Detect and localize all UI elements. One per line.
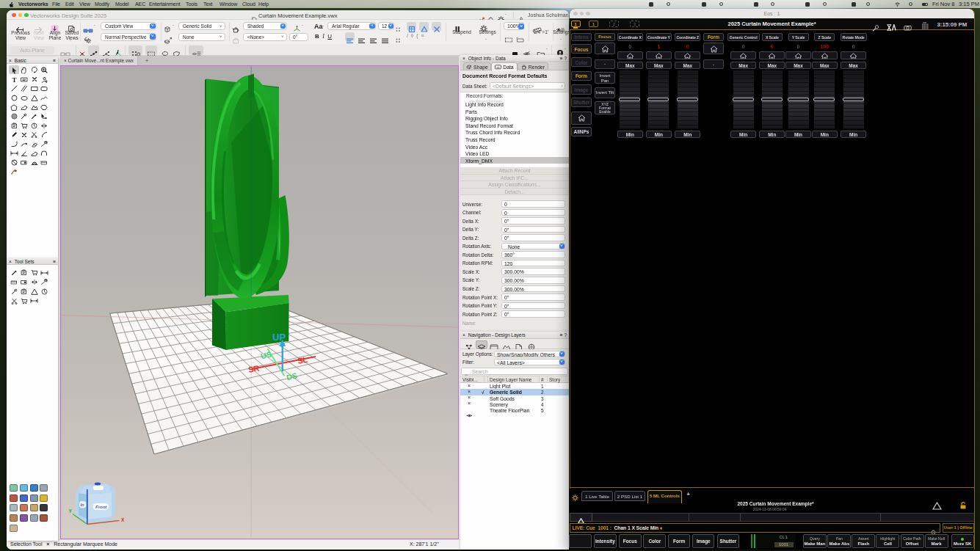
svg-text:X: X — [121, 517, 125, 522]
svg-text:In: In — [81, 503, 85, 507]
svg-text:T: T — [12, 76, 16, 83]
svg-text:SL: SL — [297, 355, 309, 365]
svg-text:Front: Front — [95, 505, 107, 509]
svg-text:UP: UP — [272, 332, 286, 343]
svg-text:Y: Y — [69, 508, 73, 514]
